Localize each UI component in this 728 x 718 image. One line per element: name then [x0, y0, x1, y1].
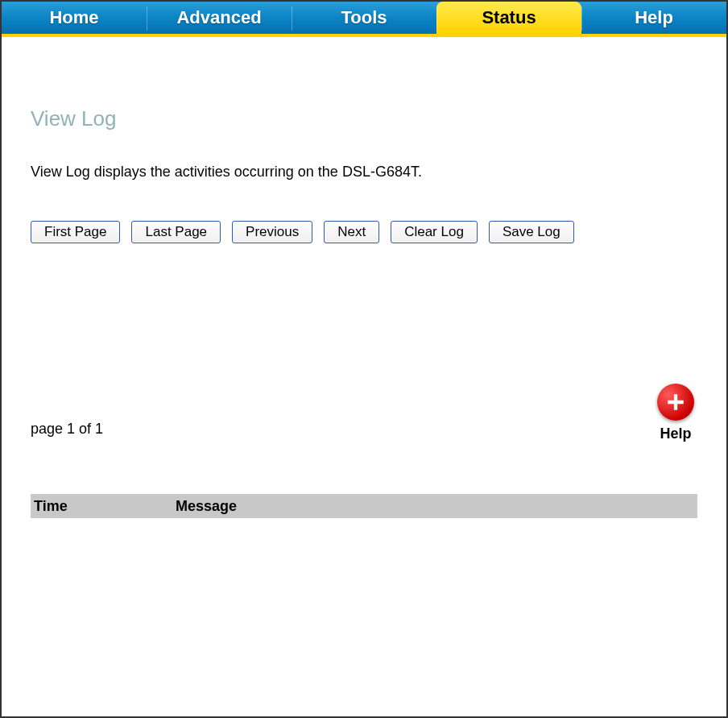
tab-home[interactable]: Home	[2, 2, 147, 34]
help-label: Help	[657, 425, 694, 442]
first-page-button[interactable]: First Page	[31, 221, 120, 243]
tab-tools[interactable]: Tools	[292, 2, 436, 34]
page-indicator: page 1 of 1	[31, 421, 697, 438]
page-description: View Log displays the activities occurri…	[31, 164, 697, 181]
content-area: View Log View Log displays the activitie…	[2, 37, 726, 713]
column-header-time: Time	[31, 498, 176, 515]
help-widget[interactable]: Help	[657, 384, 694, 442]
button-row: First Page Last Page Previous Next Clear…	[31, 221, 697, 243]
last-page-button[interactable]: Last Page	[131, 221, 221, 243]
column-header-message: Message	[176, 498, 697, 515]
nav-tabs: Home Advanced Tools Status Help	[2, 2, 726, 37]
tab-advanced[interactable]: Advanced	[147, 2, 292, 34]
plus-icon	[657, 384, 694, 421]
log-table-header: Time Message	[31, 494, 697, 518]
next-button[interactable]: Next	[324, 221, 379, 243]
page-title: View Log	[31, 106, 697, 131]
tab-help[interactable]: Help	[581, 2, 726, 34]
save-log-button[interactable]: Save Log	[489, 221, 574, 243]
tab-status[interactable]: Status	[436, 2, 581, 34]
clear-log-button[interactable]: Clear Log	[391, 221, 478, 243]
previous-button[interactable]: Previous	[232, 221, 312, 243]
